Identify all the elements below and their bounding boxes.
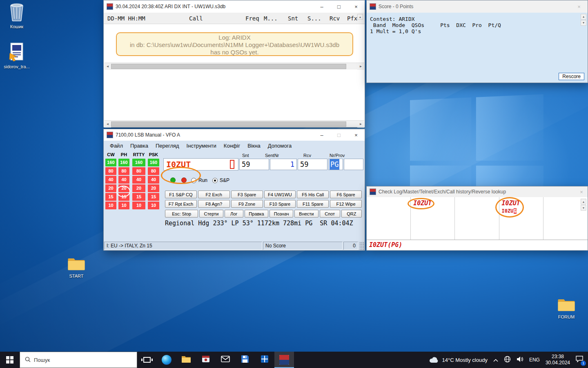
band-button[interactable]: 80 [105, 167, 116, 175]
minimize-button[interactable]: – [313, 129, 330, 141]
band-button[interactable]: 160 [105, 159, 116, 166]
column-header[interactable]: DD-MM HH:MM [107, 15, 145, 22]
f5-button[interactable]: F5 His Call [297, 191, 329, 198]
check-call-match[interactable]: I0ZUT [413, 200, 454, 207]
f2-button[interactable]: F2 Exch [198, 191, 230, 198]
column-header[interactable]: Rcv [330, 15, 340, 22]
wipe-button[interactable]: Стерти [199, 210, 223, 218]
close-button[interactable]: × [347, 0, 365, 13]
column-header[interactable]: Call [189, 15, 203, 22]
scrollbar-thumb[interactable] [111, 121, 346, 127]
callsign-input[interactable]: I0ZUT [163, 158, 238, 171]
run-radio[interactable]: Run [191, 177, 207, 183]
sp-radio[interactable]: S&P [212, 177, 229, 183]
check-call-partial[interactable]: I0ZUG [502, 208, 543, 214]
score-window-titlebar[interactable]: Score - 0 Points × [367, 0, 588, 13]
maximize-button[interactable]: □ [330, 0, 347, 13]
band-button[interactable]: 20 [132, 184, 145, 192]
desktop-icon-start-folder[interactable]: START [63, 257, 90, 278]
language-indicator[interactable]: ENG [529, 357, 540, 363]
task-view-button[interactable] [137, 352, 157, 368]
log-window-titlebar[interactable]: 30.04.2024 20:38:40Z ARI DX INT - UW1WU.… [104, 0, 365, 13]
check-pane-4[interactable]: I0ZUT I0ZUG [499, 197, 543, 240]
scroll-down-icon[interactable]: ▼ [581, 20, 586, 26]
store-button[interactable]: Внести [294, 210, 318, 218]
resize-grip-icon[interactable] [359, 242, 364, 250]
qrz-button[interactable]: QRZ [341, 210, 362, 218]
band-button[interactable]: 80 [118, 167, 129, 175]
band-button[interactable]: 80 [148, 167, 159, 175]
f12-button[interactable]: F12 Wipe [330, 200, 362, 208]
edit-button[interactable]: Правка [245, 210, 268, 218]
band-button[interactable]: 10 [132, 202, 145, 209]
horizontal-scrollbar[interactable]: ◄ ► [104, 120, 364, 127]
chevron-up-icon[interactable] [493, 356, 498, 364]
scrollbar-thumb[interactable] [111, 64, 346, 69]
column-header[interactable]: Freq [245, 15, 259, 22]
action-center-button[interactable]: 1 [576, 356, 583, 364]
f8-button[interactable]: F8 Agn? [198, 200, 230, 208]
scroll-up-icon[interactable]: ▲ [357, 14, 363, 20]
band-button[interactable]: 160 [118, 159, 129, 166]
scroll-left-icon[interactable]: ◄ [104, 121, 111, 128]
esc-stop-button[interactable]: Esc: Stop [165, 210, 198, 218]
band-button[interactable]: 10 [105, 202, 116, 209]
f10-button[interactable]: F10 Spare [264, 200, 296, 208]
scroll-left-icon[interactable]: ◄ [104, 63, 111, 70]
column-header[interactable]: M... [264, 15, 278, 22]
edge-button[interactable] [157, 352, 176, 368]
band-button[interactable]: 15 [132, 193, 145, 201]
check-window-titlebar[interactable]: Check Log/Master/Telnet/Exch/Call histor… [367, 186, 588, 197]
band-button[interactable]: 20 [148, 184, 159, 192]
f9-button[interactable]: F9 Zone [231, 200, 263, 208]
band-button[interactable]: 15 [118, 193, 129, 201]
band-button[interactable]: 10 [118, 202, 129, 209]
band-button[interactable]: 20 [118, 184, 129, 192]
save-app-button[interactable] [235, 352, 255, 368]
check-pane-1[interactable] [367, 197, 411, 240]
band-button[interactable]: 40 [118, 176, 129, 184]
menu-edit[interactable]: Правка [127, 143, 152, 149]
maximize-button[interactable]: □ [330, 129, 347, 141]
close-button[interactable]: × [347, 129, 365, 141]
scroll-up-icon[interactable]: ▲ [581, 14, 586, 20]
desktop-icon-sidorov-file[interactable]: sidorov_tra... [3, 43, 30, 69]
close-button[interactable]: × [575, 186, 588, 197]
menu-windows[interactable]: Вікна [244, 143, 264, 149]
sentnr-field[interactable]: 1 [270, 159, 297, 170]
network-globe-icon[interactable] [504, 356, 511, 364]
band-button[interactable]: 10 [148, 202, 159, 209]
mail-button[interactable] [216, 352, 235, 368]
menu-config[interactable]: Конфіг [220, 143, 244, 149]
search-input[interactable]: Пошук [20, 352, 137, 368]
band-button[interactable]: 40 [148, 176, 159, 184]
menu-view[interactable]: Перегляд [152, 143, 183, 149]
file-explorer-button[interactable] [176, 352, 196, 368]
desktop-icon-forum-folder[interactable]: FORUM [553, 298, 580, 319]
band-button[interactable]: 160 [132, 159, 145, 166]
rescore-button[interactable]: Rescore [559, 73, 584, 80]
nrprov-field[interactable]: PG [328, 159, 343, 170]
desktop-icon-recycle-bin[interactable]: Кошик [3, 2, 30, 29]
band-button[interactable]: 15 [148, 193, 159, 201]
spot-button[interactable]: Спот [320, 210, 340, 218]
scroll-up-icon[interactable]: ▲ [581, 199, 586, 204]
f4-button[interactable]: F4 UW1WU [264, 191, 296, 198]
horizontal-scrollbar[interactable]: ◄ ► [104, 63, 364, 70]
band-button[interactable]: 40 [132, 176, 145, 184]
snt-field[interactable]: 59 [239, 159, 269, 170]
rcv-field[interactable]: 59 [298, 159, 327, 170]
close-button[interactable]: × [570, 0, 588, 13]
f11-button[interactable]: F11 Spare [297, 200, 329, 208]
entry-window-titlebar[interactable]: 7100,00 LSB Manual - VFO A – □ × [104, 129, 365, 141]
extra-exchange-field[interactable] [344, 159, 363, 170]
scroll-right-icon[interactable]: ► [357, 63, 364, 70]
menu-file[interactable]: Файл [106, 143, 127, 149]
band-button[interactable]: 160 [148, 159, 159, 166]
mark-button[interactable]: Познач [270, 210, 293, 218]
speaker-icon[interactable] [517, 356, 523, 364]
menu-help[interactable]: Допомога [264, 143, 295, 149]
weather-widget[interactable]: 14°C Mostly cloudy [428, 356, 490, 364]
band-button[interactable]: 15 [105, 193, 116, 201]
taskbar-clock[interactable]: 23:38 30.04.2024 [546, 354, 570, 366]
